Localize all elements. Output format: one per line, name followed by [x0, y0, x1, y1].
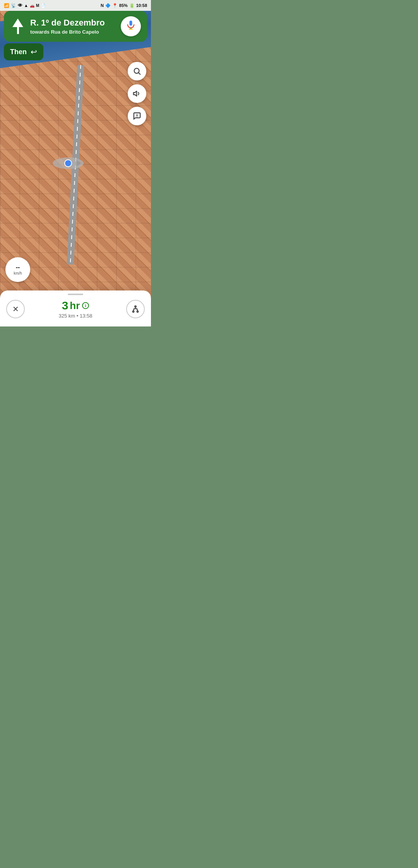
- distance: 325 km: [59, 313, 75, 319]
- mic-icon: [125, 20, 136, 33]
- direction-arrow: [10, 19, 26, 34]
- location-dot: [64, 159, 72, 167]
- eta-info-icon[interactable]: i: [82, 302, 89, 309]
- speed-unit: km/h: [14, 271, 22, 275]
- eta-value: 3: [62, 299, 69, 312]
- separator: •: [77, 313, 80, 319]
- arrival-time: 13:58: [80, 313, 93, 319]
- status-right: N 🔷 📍 85% 🔋 10:58: [101, 3, 147, 8]
- nav-header: R. 1º de Dezembro towards Rua de Brito C…: [4, 11, 147, 60]
- close-navigation-button[interactable]: ✕: [6, 300, 25, 318]
- svg-line-4: [139, 73, 140, 74]
- arrow-up-icon: [12, 19, 23, 27]
- towards-street: Rua de Brito Capelo: [51, 29, 99, 35]
- report-button[interactable]: [128, 107, 146, 125]
- turn-left-icon: ↩: [31, 47, 37, 56]
- battery-pct: 85%: [119, 3, 128, 8]
- bottom-content: ✕ 3 hr i 325 km • 13:58: [6, 299, 145, 319]
- sound-button[interactable]: [128, 84, 146, 103]
- arrow-up-line: [17, 27, 19, 34]
- status-bar: 📶 📡 👁 ▲ 🚗 M 📄 N 🔷 📍 85% 🔋 10:58: [0, 0, 151, 11]
- location-direction-arrow: [77, 160, 81, 166]
- eta-section: 3 hr i 325 km • 13:58: [25, 299, 126, 319]
- speed-value: --: [16, 264, 20, 270]
- time: 10:58: [136, 3, 147, 8]
- svg-marker-5: [134, 91, 137, 96]
- svg-point-10: [137, 311, 139, 312]
- battery-icon: 🔋: [129, 3, 135, 8]
- bottom-handle[interactable]: [68, 294, 83, 295]
- towards-label: towards: [30, 29, 50, 35]
- user-location: [53, 157, 84, 169]
- eta-unit: hr: [70, 300, 80, 312]
- location-status-icon: 📍: [112, 3, 118, 8]
- right-buttons: [128, 62, 146, 125]
- nav-text: R. 1º de Dezembro towards Rua de Brito C…: [30, 18, 116, 34]
- voice-button[interactable]: [121, 16, 141, 36]
- nfc-icon: N: [101, 3, 104, 8]
- wifi-icon: 📡: [11, 3, 16, 8]
- search-button[interactable]: [128, 62, 146, 80]
- eta-details: 325 km • 13:58: [25, 313, 126, 319]
- eta-time: 3 hr i: [25, 299, 126, 312]
- nav-icon: ▲: [24, 3, 28, 8]
- then-card: Then ↩: [4, 43, 43, 60]
- svg-rect-0: [130, 21, 132, 26]
- gmail-icon: M: [36, 3, 39, 8]
- location-ellipse: [53, 157, 84, 169]
- speed-indicator: -- km/h: [5, 257, 30, 282]
- bluetooth-icon: 🔷: [105, 3, 111, 8]
- signal-icon: 📶: [4, 3, 9, 8]
- svg-point-9: [133, 311, 134, 312]
- nav-towards: towards Rua de Brito Capelo: [30, 29, 116, 35]
- vehicle-icon: 🚗: [30, 3, 34, 8]
- routes-button[interactable]: [126, 300, 145, 318]
- bottom-panel: ✕ 3 hr i 325 km • 13:58: [0, 290, 151, 326]
- close-icon: ✕: [12, 304, 19, 314]
- street-name: R. 1º de Dezembro: [30, 18, 116, 28]
- eye-icon: 👁: [18, 3, 22, 8]
- then-text: Then: [10, 48, 27, 56]
- status-left: 📶 📡 👁 ▲ 🚗 M 📄: [4, 3, 45, 8]
- doc-icon: 📄: [41, 3, 45, 8]
- nav-main-card: R. 1º de Dezembro towards Rua de Brito C…: [4, 11, 147, 42]
